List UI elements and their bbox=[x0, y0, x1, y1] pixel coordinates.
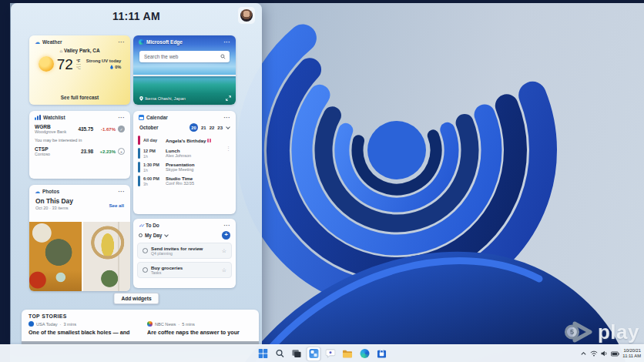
chevron-down-icon[interactable] bbox=[226, 126, 230, 129]
home-icon bbox=[59, 48, 62, 53]
droplet-icon bbox=[110, 65, 113, 69]
weather-widget[interactable]: ☁ Weather Valley Park, CA 72 °F °C Stron… bbox=[29, 35, 130, 105]
event-title: Lunch bbox=[166, 148, 223, 153]
photos-widget[interactable]: ☁ Photos On This Day Oct 20 · 33 items S… bbox=[29, 185, 130, 291]
tray-chevron-up-icon[interactable] bbox=[580, 350, 587, 357]
nbc-news-icon bbox=[147, 321, 153, 327]
calendar-event[interactable]: 1:30 PM 1h Presentation Skype Meeting bbox=[138, 162, 231, 173]
more-options-icon[interactable] bbox=[224, 116, 231, 119]
user-avatar-button[interactable] bbox=[238, 7, 255, 24]
speaker-icon[interactable] bbox=[601, 350, 608, 357]
stock-row[interactable]: CTSP Contoso 23.98 +2.23% bbox=[29, 144, 130, 156]
task-list-name: Q4 planning bbox=[151, 251, 219, 256]
widgets-button[interactable] bbox=[307, 347, 320, 360]
news-story[interactable]: USA Today 3 mins One of the smallest bla… bbox=[22, 320, 140, 336]
event-color-bar bbox=[138, 136, 140, 145]
panel-clock: 11:11 AM bbox=[11, 10, 262, 22]
edge-widget[interactable]: Microsoft Edge Ikema Ohashi, Japan bbox=[133, 35, 236, 105]
edge-icon bbox=[360, 349, 369, 358]
date-chip[interactable]: 22 bbox=[210, 126, 215, 130]
story-headline[interactable]: Are coffee naps the answer to your bbox=[147, 329, 252, 336]
file-explorer-button[interactable] bbox=[341, 347, 354, 360]
todo-icon bbox=[139, 223, 143, 228]
photo-thumbnail[interactable] bbox=[83, 222, 130, 291]
tray-date: 10/20/21 bbox=[622, 348, 641, 354]
todo-list-selector[interactable]: My Day + bbox=[133, 230, 236, 240]
wifi-icon[interactable] bbox=[590, 350, 598, 357]
more-options-icon[interactable] bbox=[119, 190, 126, 193]
event-time: 1:30 PM bbox=[143, 163, 163, 168]
store-button[interactable] bbox=[375, 347, 388, 360]
battery-icon[interactable] bbox=[611, 351, 619, 357]
story-source: NBC News bbox=[155, 322, 176, 327]
event-options-icon[interactable] bbox=[226, 148, 232, 159]
stock-price: 435.75 bbox=[78, 126, 93, 132]
date-chip[interactable]: 21 bbox=[201, 126, 206, 130]
watching-icon[interactable] bbox=[118, 126, 125, 132]
task-checkbox[interactable] bbox=[143, 267, 148, 273]
stock-row[interactable]: WGRB Woodgrove Bank 435.75 -1.67% bbox=[29, 122, 130, 134]
clock-date-display[interactable]: 10/20/21 11:11 AM bbox=[622, 348, 641, 359]
chat-button[interactable] bbox=[324, 347, 337, 360]
unit-celsius[interactable]: °C bbox=[76, 65, 81, 70]
photo-thumbnail[interactable] bbox=[29, 222, 82, 291]
story-headline[interactable]: One of the smallest black holes — and bbox=[29, 329, 133, 336]
event-title: Angela's Birthday bbox=[166, 138, 206, 143]
story-age: 3 mins bbox=[63, 322, 75, 327]
taskbar: 10/20/21 11:11 AM bbox=[0, 344, 644, 362]
star-icon[interactable] bbox=[222, 248, 226, 254]
event-title: Presentation bbox=[166, 162, 231, 167]
calendar-icon bbox=[139, 115, 144, 120]
calendar-event[interactable]: 12 PM 1h Lunch Alex Johnson bbox=[138, 148, 231, 159]
see-full-forecast-link[interactable]: See full forecast bbox=[29, 95, 130, 100]
task-view-button[interactable] bbox=[290, 347, 304, 360]
5play-watermark: 5 play bbox=[563, 319, 639, 345]
see-all-link[interactable]: See all bbox=[109, 203, 124, 208]
task-item[interactable]: Send invites for review Q4 planning bbox=[137, 243, 232, 259]
widget-title: Microsoft Edge bbox=[146, 39, 183, 45]
search-icon[interactable] bbox=[220, 54, 226, 59]
date-chip[interactable]: 23 bbox=[217, 126, 223, 130]
stock-symbol: CTSP bbox=[35, 146, 79, 152]
widget-title: Watchlist bbox=[43, 115, 65, 120]
add-widgets-button[interactable]: Add widgets bbox=[113, 293, 159, 304]
start-button[interactable] bbox=[257, 347, 270, 360]
chevron-down-icon[interactable] bbox=[164, 233, 168, 237]
edge-button[interactable] bbox=[358, 347, 371, 360]
calendar-widget[interactable]: Calendar October 20 21 22 23 All day Ang… bbox=[133, 111, 236, 214]
search-button[interactable] bbox=[273, 347, 287, 360]
more-options-icon[interactable] bbox=[119, 41, 126, 44]
event-color-bar bbox=[138, 148, 140, 159]
star-icon[interactable] bbox=[222, 267, 226, 273]
widget-title: Weather bbox=[42, 39, 62, 45]
todo-widget[interactable]: To Do My Day + Send invites for review Q… bbox=[133, 219, 236, 288]
web-search-box[interactable] bbox=[139, 51, 230, 62]
task-title: Send invites for review bbox=[151, 246, 219, 251]
unit-fahrenheit[interactable]: °F bbox=[76, 59, 81, 65]
task-checkbox[interactable] bbox=[143, 248, 148, 253]
more-options-icon[interactable] bbox=[224, 224, 231, 227]
precipitation-value: 0% bbox=[115, 65, 121, 69]
separator bbox=[60, 322, 62, 327]
event-color-bar bbox=[138, 162, 140, 173]
watchlist-widget[interactable]: Watchlist WGRB Woodgrove Bank 435.75 -1.… bbox=[29, 111, 130, 179]
calendar-event[interactable]: All day Angela's Birthday bbox=[138, 136, 231, 145]
date-chip-selected[interactable]: 20 bbox=[190, 123, 198, 132]
stock-name: Contoso bbox=[35, 152, 79, 156]
news-story[interactable]: NBC News 5 mins Are coffee naps the answ… bbox=[140, 320, 259, 336]
expand-icon[interactable] bbox=[226, 96, 231, 101]
more-options-icon[interactable] bbox=[119, 116, 126, 119]
widget-title: Photos bbox=[42, 189, 59, 194]
stock-symbol: WGRB bbox=[35, 124, 75, 129]
task-item[interactable]: Buy groceries Tasks bbox=[137, 262, 232, 278]
watermark-number: 5 bbox=[569, 328, 575, 336]
search-input[interactable] bbox=[139, 54, 220, 59]
more-options-icon[interactable] bbox=[224, 41, 231, 44]
weather-condition: Strong UV today bbox=[86, 59, 121, 63]
calendar-event[interactable]: 6:00 PM 3h Studio Time Conf Rm 32/35 bbox=[138, 176, 231, 186]
widgets-icon bbox=[309, 349, 318, 358]
my-day-sun-icon bbox=[139, 233, 143, 237]
add-to-watchlist-icon[interactable] bbox=[118, 148, 125, 155]
event-subtitle: Skype Meeting bbox=[166, 167, 231, 173]
add-task-button[interactable]: + bbox=[222, 231, 230, 240]
